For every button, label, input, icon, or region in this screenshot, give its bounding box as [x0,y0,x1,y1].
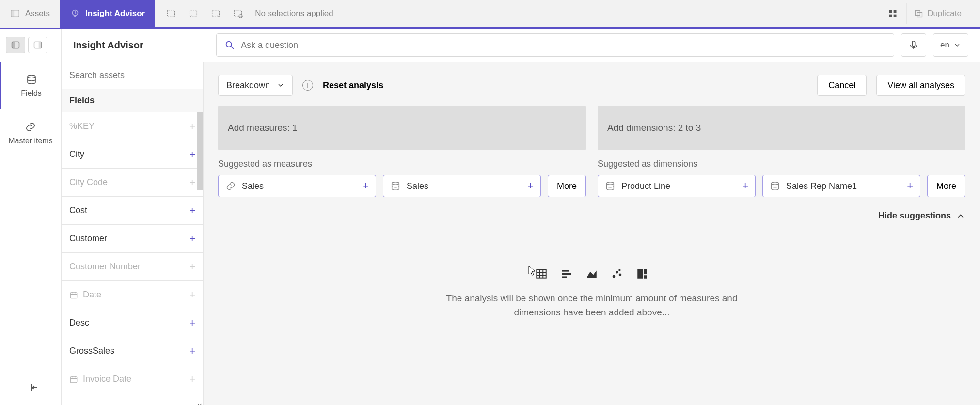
chevron-down-icon [277,81,285,89]
panel-toggle-right[interactable] [28,37,47,53]
table-chart-icon [535,267,548,280]
chevron-down-icon [953,41,961,49]
field-row[interactable]: GrossSales+ [62,337,203,365]
add-field-button[interactable]: + [189,317,195,329]
rail-fields-label: Fields [21,89,42,98]
reset-analysis-button[interactable]: Reset analysis [323,80,383,91]
field-row[interactable]: Customer+ [62,225,203,253]
treemap-chart-icon [636,267,648,280]
link-icon [225,181,236,191]
field-row[interactable]: %KEY+ [62,112,203,140]
suggested-dimensions-label: Suggested as dimensions [598,159,965,169]
scatter-chart-icon [611,267,623,280]
assets-heading: Fields [62,89,203,112]
add-field-button[interactable]: + [189,289,195,301]
clear-selection-icon[interactable] [233,8,243,19]
drop-dimensions[interactable]: Add dimensions: 2 to 3 [598,106,965,150]
cancel-button[interactable]: Cancel [817,75,867,96]
field-label: Customer [69,234,107,244]
app-grid-icon[interactable] [888,9,898,18]
view-all-analyses-button[interactable]: View all analyses [876,75,965,96]
add-chip-button[interactable]: + [742,180,748,192]
question-searchbox[interactable] [216,33,894,57]
hide-suggestions-label: Hide suggestions [878,211,951,221]
add-chip-button[interactable]: + [363,180,369,192]
field-label: %KEY [69,121,95,131]
add-field-button[interactable]: + [189,233,195,245]
rail-fields[interactable]: Fields [0,62,61,109]
suggestion-chip[interactable]: Sales+ [383,175,541,197]
add-chip-button[interactable]: + [907,180,913,192]
analysis-type-dropdown[interactable]: Breakdown [218,75,293,96]
drop-measures[interactable]: Add measures: 1 [218,106,586,150]
suggested-row: Suggested as measures Sales+Sales+More S… [218,159,965,197]
panel-toggle-group [0,29,62,62]
voice-input-button[interactable] [901,33,926,57]
drop-measures-label: Add measures: 1 [228,123,298,133]
page-title: Insight Advisor [62,40,216,51]
collapse-rail-icon[interactable] [28,382,40,393]
suggestion-chip[interactable]: Product Line+ [598,175,756,197]
scrollbar-handle[interactable] [197,112,203,190]
step-back-icon[interactable] [188,8,199,19]
control-row: Breakdown i Reset analysis Cancel View a… [218,75,965,96]
add-field-button[interactable]: + [189,261,195,273]
info-icon[interactable]: i [302,80,313,91]
assets-search-input[interactable] [69,70,195,80]
tab-insight-advisor[interactable]: Insight Advisor [60,0,155,28]
placeholder-chart-icons [535,267,648,280]
field-row[interactable]: Customer Number+ [62,253,203,281]
field-row[interactable]: City+ [62,140,203,169]
add-field-button[interactable]: + [189,176,195,189]
more-suggestions-button[interactable]: More [548,175,586,197]
hide-suggestions-toggle[interactable]: Hide suggestions [218,211,965,221]
panel-toggle-left[interactable] [6,37,25,53]
add-field-button[interactable]: + [189,148,195,161]
tab-insight-label: Insight Advisor [85,9,145,18]
tab-assets-label: Assets [25,9,50,18]
chip-label: Product Line [621,181,736,191]
add-chip-button[interactable]: + [527,180,534,192]
field-row[interactable]: Desc+ [62,309,203,337]
more-suggestions-button[interactable]: More [927,175,965,197]
field-label: Date [83,290,101,300]
duplicate-button[interactable]: Duplicate [906,3,968,24]
mic-icon [908,40,919,50]
language-selector[interactable]: en [933,33,968,57]
top-toolbar: Assets Insight Advisor No selections app… [0,0,980,29]
assets-search[interactable] [62,62,203,89]
suggested-dimensions: Suggested as dimensions Product Line+Sal… [598,159,965,197]
tab-assets[interactable]: Assets [0,0,60,28]
field-label: Cost [69,205,87,216]
question-input[interactable] [241,40,886,50]
step-forward-icon[interactable] [210,8,221,19]
add-field-button[interactable]: + [189,120,195,133]
panel-icon [10,8,20,19]
scroll-down-arrow[interactable] [196,401,203,405]
field-row[interactable]: Cost+ [62,197,203,225]
placeholder-text: The analysis will be shown once the mini… [442,292,742,319]
content-area: Breakdown i Reset analysis Cancel View a… [204,62,980,405]
field-list: %KEY+City+City Code+Cost+Customer+Custom… [62,112,203,405]
field-row[interactable]: City Code+ [62,169,203,197]
search-icon [224,40,235,50]
field-row[interactable]: Date+ [62,281,203,309]
area-chart-icon [585,267,598,280]
add-field-button[interactable]: + [189,204,195,217]
suggestion-chip[interactable]: Sales+ [218,175,376,197]
database-icon [390,181,401,191]
panel-right-icon [33,40,43,50]
analysis-placeholder: The analysis will be shown once the mini… [218,267,965,319]
add-field-button[interactable]: + [189,373,195,386]
drop-zones: Add measures: 1 Add dimensions: 2 to 3 [218,106,965,150]
insight-icon [70,8,80,19]
rail-master-items[interactable]: Master items [0,109,61,157]
database-icon [605,181,616,191]
field-label: City Code [69,177,108,187]
add-field-button[interactable]: + [189,345,195,358]
drop-dimensions-label: Add dimensions: 2 to 3 [607,123,701,133]
suggestion-chip[interactable]: Sales Rep Name1+ [762,175,920,197]
smart-select-icon[interactable] [166,8,176,19]
chevron-up-icon [956,211,965,221]
field-row[interactable]: Invoice Date+ [62,365,203,393]
